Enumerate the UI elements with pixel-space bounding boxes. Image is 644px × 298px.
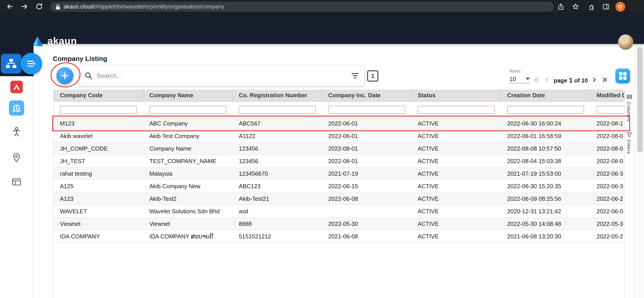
filter-cell xyxy=(322,105,412,114)
table-cell: 2021-07-19 15:53:00 xyxy=(501,168,590,180)
extensions-puzzle-icon[interactable] xyxy=(588,3,596,10)
table-cell: 2021-06-08 13:20:30 xyxy=(501,230,590,242)
url-text: akaun.cloud/#/applet/tnt/wavelet/erp/ent… xyxy=(64,4,224,10)
table-header-row: Company CodeCompany NameCo. Registration… xyxy=(54,90,624,102)
sidebar-item-location[interactable] xyxy=(12,152,22,162)
table-cell: 2021-07-19 xyxy=(322,168,412,180)
table-cell: ACTIVE xyxy=(412,130,501,142)
forward-icon[interactable] xyxy=(20,3,28,10)
table-cell: WAVELET xyxy=(54,205,143,217)
column-header[interactable]: Company Code xyxy=(54,90,143,101)
last-page-button[interactable] xyxy=(601,77,608,83)
rows-per-page-select[interactable]: 10 xyxy=(510,75,530,83)
column-header[interactable]: Creation Date xyxy=(501,90,590,101)
column-filter-input[interactable] xyxy=(239,105,316,114)
table-cell: Malaysia xyxy=(143,168,232,180)
column-filter-input[interactable] xyxy=(149,105,226,114)
table-cell: 5151521212 xyxy=(232,230,322,242)
column-filter-input[interactable] xyxy=(418,105,495,114)
sidebar-item-applet-store[interactable] xyxy=(10,81,23,93)
table-row[interactable]: A123Akib-Test2Akib-Test212022-06-08ACTIV… xyxy=(54,193,624,205)
table-cell: A123 xyxy=(54,193,143,205)
table-cell: Akib Company New xyxy=(143,180,232,192)
sidebar-item-people[interactable] xyxy=(12,127,22,137)
column-filter-input[interactable] xyxy=(328,105,405,114)
refresh-icon[interactable] xyxy=(35,3,43,10)
table-cell: IDA COMPANY xyxy=(54,230,143,242)
search-bar xyxy=(79,65,364,86)
filters-tab[interactable]: Filters xyxy=(626,132,632,154)
table-cell: Wavelet Solutions Sdn Bhd xyxy=(143,205,232,217)
table-row[interactable]: Akib waveletAkib Test CompanyA11222022-0… xyxy=(54,130,624,142)
column-filter-input[interactable] xyxy=(507,105,584,114)
column-header[interactable]: Co. Registration Number xyxy=(232,90,322,101)
share-icon[interactable] xyxy=(557,3,564,10)
columns-icon xyxy=(626,94,632,99)
company-table: Company CodeCompany NameCo. Registration… xyxy=(53,90,624,298)
table-row[interactable]: IDA COMPANYIDA COMPANY ສະບາຍດີ5151521212… xyxy=(54,230,624,243)
filter-list-icon[interactable] xyxy=(351,72,359,79)
prev-page-button[interactable] xyxy=(544,77,550,83)
table-cell: 2022-06-08 xyxy=(322,193,412,205)
table-row[interactable]: A125Akib Company NewABC1232022-06-15ACTI… xyxy=(54,180,624,193)
table-cell: 2022-06-0 xyxy=(590,205,624,217)
table-cell: ABC123 xyxy=(232,180,322,192)
table-cell: ACTIVE xyxy=(412,193,501,205)
column-header[interactable]: Company Name xyxy=(143,90,232,101)
table-cell: Akib-Test2 xyxy=(143,193,232,205)
sidebar-item-company[interactable] xyxy=(9,100,24,116)
table-cell: Akib wavelet xyxy=(54,130,143,142)
table-cell xyxy=(322,205,412,217)
table-row[interactable]: rahat testingMalaysia1234566702021-07-19… xyxy=(54,168,624,180)
menu-expand-button[interactable] xyxy=(20,53,42,74)
table-row[interactable]: M123ABC CompanyABC5672022-06-01ACTIVE202… xyxy=(54,117,624,130)
search-icon xyxy=(84,72,92,80)
column-header[interactable]: Status xyxy=(412,90,501,101)
table-row[interactable]: JH_TESTTEST_COMPANY_NAME1234562022-08-01… xyxy=(54,155,624,168)
user-avatar[interactable] xyxy=(618,35,633,50)
table-cell: 2022-06-3 xyxy=(590,168,624,180)
scrollbar-thumb[interactable] xyxy=(637,47,643,152)
table-cell: 2022-08-1 xyxy=(590,117,624,129)
person-icon xyxy=(12,127,22,137)
search-input[interactable] xyxy=(96,72,351,79)
next-page-button[interactable] xyxy=(592,77,598,83)
sidebar-item-entity-card[interactable] xyxy=(12,177,22,187)
table-cell: Akib Test Company xyxy=(143,130,232,142)
rows-value: 10 xyxy=(510,76,516,82)
back-icon[interactable] xyxy=(6,3,14,10)
table-cell: ABC567 xyxy=(232,117,322,129)
table-row[interactable]: JH_COMP_CODECompany Name1234562022-08-01… xyxy=(54,142,624,155)
table-cell: IDA COMPANY ສະບາຍດີ xyxy=(143,230,232,242)
side-panel-icon[interactable] xyxy=(602,3,610,10)
akaun-logo[interactable]: akaun xyxy=(31,36,77,47)
table-cell: 2022-08-01 xyxy=(322,155,412,167)
table-row[interactable]: WAVELETWavelet Solutions Sdn BhdasdACTIV… xyxy=(54,205,624,218)
table-cell: ACTIVE xyxy=(412,168,501,180)
bookmark-star-icon[interactable] xyxy=(572,3,579,10)
filter-cell xyxy=(54,105,143,114)
table-row[interactable]: ViewnetViewnet88882022-05-30ACTIVE2022-0… xyxy=(54,218,624,230)
url-bar[interactable]: akaun.cloud/#/applet/tnt/wavelet/erp/ent… xyxy=(50,2,554,12)
table-cell: ACTIVE xyxy=(412,218,501,230)
table-cell: M123 xyxy=(54,117,143,129)
columns-tab[interactable]: Columns xyxy=(626,94,632,121)
screen: akaun.cloud/#/applet/tnt/wavelet/erp/ent… xyxy=(0,0,644,298)
grid-view-button[interactable] xyxy=(616,69,630,83)
add-company-button[interactable] xyxy=(56,67,73,84)
column-filter-input[interactable] xyxy=(596,105,624,114)
first-page-button[interactable] xyxy=(534,77,540,83)
table-cell: 2022-06-01 16:58:59 xyxy=(501,130,590,142)
browser-profile-avatar[interactable]: O xyxy=(616,2,625,12)
table-cell: 123456 xyxy=(232,155,322,167)
sidebar-item-organisation[interactable] xyxy=(1,54,22,73)
page-scrollbar[interactable] xyxy=(635,44,644,298)
table-cell: 123456670 xyxy=(232,168,322,180)
column-header[interactable]: Modified Date xyxy=(590,90,624,101)
grid-icon xyxy=(618,72,627,80)
columns-tab-label: Columns xyxy=(626,102,632,121)
single-view-toggle[interactable]: 1 xyxy=(367,70,378,82)
table-cell: 8888 xyxy=(232,218,322,230)
column-filter-input[interactable] xyxy=(60,105,137,114)
column-header[interactable]: Company Inc. Date xyxy=(322,90,412,101)
